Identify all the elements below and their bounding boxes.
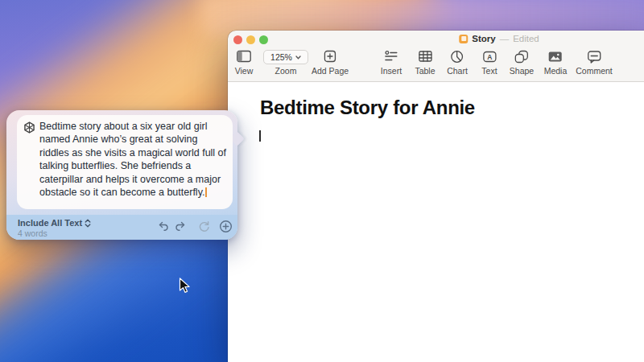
toolbar-chart-button[interactable]: Chart: [447, 48, 468, 76]
edited-status: Edited: [513, 34, 539, 43]
openai-icon: [23, 121, 36, 134]
document-canvas[interactable]: Bedtime Story for Annie: [228, 82, 644, 362]
text-caret: [205, 187, 207, 197]
retry-button[interactable]: [196, 219, 211, 233]
mouse-cursor: [179, 278, 192, 295]
window-title: Story: [472, 34, 495, 43]
media-icon: [548, 51, 563, 63]
fullscreen-button[interactable]: [259, 35, 268, 44]
popup-footer: Include All Text 4 words: [6, 215, 237, 240]
text-icon: A: [482, 51, 497, 63]
prompt-text[interactable]: Bedtime story about a six year old girl …: [39, 120, 228, 199]
toolbar-text-button[interactable]: A Text: [481, 48, 497, 76]
svg-text:A: A: [487, 52, 492, 60]
zoom-dropdown[interactable]: 125%: [263, 50, 308, 64]
toolbar: View 125% Zoom Add Page Insert: [228, 48, 644, 82]
word-count: 4 words: [18, 228, 47, 238]
toolbar-view-button[interactable]: View: [235, 48, 254, 76]
insert-icon: [384, 50, 398, 63]
pages-window: Story — Edited View 125% Zoom Add P: [228, 31, 644, 362]
redo-icon: [174, 220, 186, 232]
undo-icon: [158, 220, 170, 232]
title-separator: —: [500, 34, 510, 43]
titlebar[interactable]: Story — Edited: [228, 31, 644, 48]
chevron-down-icon: [295, 56, 301, 60]
undo-button[interactable]: [156, 219, 171, 233]
updown-chevron-icon: [85, 219, 91, 228]
footer-icon-row: [156, 219, 233, 233]
document-icon: [459, 35, 468, 43]
chart-icon: [451, 50, 464, 64]
toolbar-table-button[interactable]: Table: [415, 48, 435, 76]
insertion-caret: [259, 130, 261, 142]
scope-selector[interactable]: Include All Text: [18, 218, 91, 228]
table-icon: [418, 50, 432, 63]
comment-icon: [587, 50, 601, 64]
add-page-icon: [324, 50, 336, 63]
add-icon: [219, 220, 233, 233]
shape-icon: [514, 50, 529, 64]
redo-button[interactable]: [172, 219, 187, 233]
sidebar-icon: [236, 50, 251, 63]
close-button[interactable]: [233, 35, 242, 44]
toolbar-insert-button[interactable]: Insert: [381, 48, 402, 76]
document-heading: Bedtime Story for Annie: [260, 97, 475, 119]
window-title-group: Story — Edited: [459, 34, 539, 43]
assistant-popup: Bedtime story about a six year old girl …: [6, 110, 237, 240]
toolbar-add-page-button[interactable]: Add Page: [312, 48, 349, 76]
minimize-button[interactable]: [246, 35, 255, 44]
toolbar-shape-button[interactable]: Shape: [510, 48, 534, 76]
toolbar-zoom-control[interactable]: 125% Zoom: [263, 48, 308, 76]
toolbar-media-button[interactable]: Media: [544, 48, 568, 76]
prompt-bubble[interactable]: Bedtime story about a six year old girl …: [17, 115, 233, 209]
toolbar-comment-button[interactable]: Comment: [576, 48, 613, 76]
retry-icon: [198, 220, 210, 232]
add-button[interactable]: [218, 219, 233, 233]
